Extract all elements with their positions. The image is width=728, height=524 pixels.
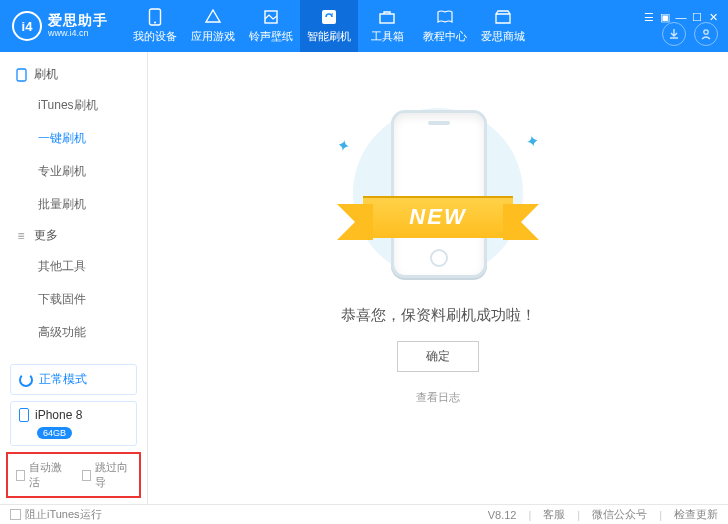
- sidebar-item-pro-flash[interactable]: 专业刷机: [0, 155, 147, 188]
- device-card[interactable]: iPhone 8 64GB: [10, 401, 137, 446]
- nav-toolbox[interactable]: 工具箱: [358, 0, 416, 52]
- nav-label: 铃声壁纸: [249, 29, 293, 44]
- refresh-icon: [19, 373, 33, 387]
- nav-apps[interactable]: 应用游戏: [184, 0, 242, 52]
- view-log-link[interactable]: 查看日志: [416, 390, 460, 405]
- checkbox-auto-activate[interactable]: 自动激活: [16, 460, 66, 490]
- support-link[interactable]: 客服: [543, 507, 565, 522]
- device-icon: [14, 68, 28, 82]
- download-icon[interactable]: [662, 22, 686, 46]
- device-name: iPhone 8: [35, 408, 82, 422]
- wallpaper-icon: [261, 8, 281, 26]
- more-icon: ≡: [14, 229, 28, 243]
- svg-point-5: [704, 30, 708, 34]
- device-mode[interactable]: 正常模式: [10, 364, 137, 395]
- new-ribbon: NEW: [323, 196, 553, 238]
- success-message: 恭喜您，保资料刷机成功啦！: [341, 306, 536, 325]
- checkbox-skip-wizard[interactable]: 跳过向导: [82, 460, 132, 490]
- apps-icon: [203, 8, 223, 26]
- group-label: 刷机: [34, 66, 58, 83]
- status-bar: 阻止iTunes运行 V8.12 | 客服 | 微信公众号 | 检查更新: [0, 504, 728, 524]
- success-illustration: ✦ ✦ NEW: [323, 92, 553, 292]
- nav-label: 教程中心: [423, 29, 467, 44]
- checkbox-block-itunes[interactable]: 阻止iTunes运行: [10, 507, 102, 522]
- toolbox-icon: [377, 8, 397, 26]
- check-update-link[interactable]: 检查更新: [674, 507, 718, 522]
- app-header: i4 爱思助手 www.i4.cn 我的设备 应用游戏 铃声壁纸 智能刷机 工具…: [0, 0, 728, 52]
- checkbox-icon: [16, 470, 25, 481]
- nav-ringtones[interactable]: 铃声壁纸: [242, 0, 300, 52]
- nav-label: 应用游戏: [191, 29, 235, 44]
- top-nav: 我的设备 应用游戏 铃声壁纸 智能刷机 工具箱 教程中心 爱思商城: [126, 0, 532, 52]
- store-icon: [493, 8, 513, 26]
- wechat-link[interactable]: 微信公众号: [592, 507, 647, 522]
- sidebar-item-download-fw[interactable]: 下载固件: [0, 283, 147, 316]
- phone-icon: [145, 8, 165, 26]
- svg-rect-3: [322, 10, 336, 24]
- version-label: V8.12: [488, 509, 517, 521]
- nav-tutorials[interactable]: 教程中心: [416, 0, 474, 52]
- options-highlight: 自动激活 跳过向导: [6, 452, 141, 498]
- sidebar-item-batch-flash[interactable]: 批量刷机: [0, 188, 147, 221]
- book-icon: [435, 8, 455, 26]
- logo[interactable]: i4 爱思助手 www.i4.cn: [12, 11, 108, 41]
- nav-store[interactable]: 爱思商城: [474, 0, 532, 52]
- svg-rect-6: [17, 69, 26, 81]
- sidebar-item-advanced[interactable]: 高级功能: [0, 316, 147, 349]
- phone-icon: [19, 408, 29, 422]
- sidebar-group-flash[interactable]: 刷机: [0, 60, 147, 89]
- ok-button[interactable]: 确定: [397, 341, 479, 372]
- sparkle-icon: ✦: [335, 135, 351, 156]
- cb-label-text: 自动激活: [29, 460, 65, 490]
- nav-label: 工具箱: [371, 29, 404, 44]
- menu-icon[interactable]: ☰: [642, 11, 656, 23]
- mode-label: 正常模式: [39, 371, 87, 388]
- flash-icon: [319, 8, 339, 26]
- storage-badge: 64GB: [37, 427, 72, 439]
- sidebar-group-more[interactable]: ≡ 更多: [0, 221, 147, 250]
- nav-label: 智能刷机: [307, 29, 351, 44]
- svg-point-1: [154, 22, 156, 24]
- cb-label-text: 阻止iTunes运行: [25, 507, 102, 522]
- nav-label: 爱思商城: [481, 29, 525, 44]
- nav-my-device[interactable]: 我的设备: [126, 0, 184, 52]
- checkbox-icon: [82, 470, 91, 481]
- cb-label-text: 跳过向导: [95, 460, 131, 490]
- main-panel: ✦ ✦ NEW 恭喜您，保资料刷机成功啦！ 确定 查看日志: [148, 52, 728, 504]
- checkbox-icon: [10, 509, 21, 520]
- nav-label: 我的设备: [133, 29, 177, 44]
- nav-smart-flash[interactable]: 智能刷机: [300, 0, 358, 52]
- svg-rect-4: [380, 14, 394, 23]
- ribbon-text: NEW: [409, 204, 466, 230]
- sidebar-item-onekey-flash[interactable]: 一键刷机: [0, 122, 147, 155]
- brand-text: 爱思助手 www.i4.cn: [48, 13, 108, 38]
- sidebar-item-itunes-flash[interactable]: iTunes刷机: [0, 89, 147, 122]
- phone-illustration-icon: [391, 110, 487, 278]
- user-icon[interactable]: [694, 22, 718, 46]
- sidebar-item-other-tools[interactable]: 其他工具: [0, 250, 147, 283]
- group-label: 更多: [34, 227, 58, 244]
- logo-icon: i4: [12, 11, 42, 41]
- sidebar: 刷机 iTunes刷机 一键刷机 专业刷机 批量刷机 ≡ 更多 其他工具 下载固…: [0, 52, 148, 504]
- sparkle-icon: ✦: [524, 131, 540, 152]
